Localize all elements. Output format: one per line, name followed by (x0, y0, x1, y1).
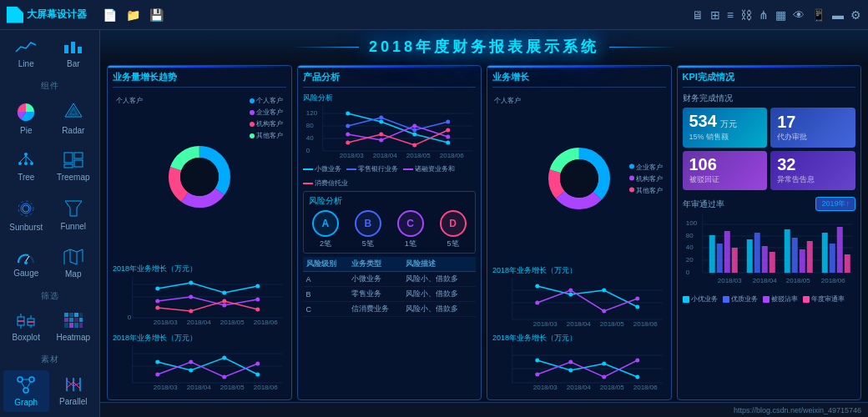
svg-text:2018/04: 2018/04 (567, 384, 591, 391)
file-open-button[interactable]: 📁 (124, 6, 142, 24)
svg-point-106 (155, 360, 159, 364)
panel3-chart1-title: 2018年业务增长（万元） (492, 265, 666, 276)
table-icon[interactable]: ▦ (775, 8, 786, 22)
sidebar-section-gauge: Gauge Map (0, 240, 99, 287)
toolbar: 大屏幕设计器 📄 📁 💾 🖥 ⊞ ≡ ⛓ ⋔ ▦ 👁 📱 ▬ ⚙ (0, 0, 868, 30)
sidebar-item-boxplot[interactable]: Boxplot (3, 307, 49, 347)
panel1-donut-container: 个人客户 企业客户 机构客户 其他客户 个人客户 (113, 93, 286, 260)
svg-rect-40 (64, 318, 68, 322)
panel1-donut-left-label: 个人客户 (116, 96, 143, 105)
panel3-title: 业务增长 (492, 71, 666, 88)
title-decoration: 2018年度财务报表展示系统 (292, 37, 676, 57)
radar-label: Radar (62, 126, 84, 135)
dashboard-grid: 业务量增长趋势 (107, 65, 861, 400)
svg-text:2018/05: 2018/05 (220, 384, 245, 391)
sidebar-item-line[interactable]: Line (3, 33, 49, 73)
svg-point-96 (222, 299, 226, 304)
svg-text:40: 40 (685, 244, 693, 251)
tree-chart-icon (16, 152, 36, 171)
year-filter-button[interactable]: 2019年↑ (815, 197, 855, 211)
svg-text:2018/03: 2018/03 (533, 384, 558, 391)
svg-point-148 (560, 159, 598, 198)
svg-point-110 (155, 373, 159, 377)
risk-circle-b: B 5笔 (355, 210, 381, 249)
layers-icon[interactable]: ≡ (727, 8, 734, 22)
eye-icon[interactable]: 👁 (793, 8, 805, 22)
svg-point-137 (412, 124, 416, 128)
svg-rect-41 (69, 318, 73, 322)
kpi-card-32: 32 异常告告息 (770, 151, 855, 190)
mobile-icon[interactable]: 📱 (811, 8, 825, 22)
kpi-card-534: 534 万元 15% 销售额 (683, 108, 768, 148)
svg-point-50 (23, 388, 28, 393)
sidebar-item-map[interactable]: Map (51, 244, 97, 284)
link-icon[interactable]: ⛓ (740, 8, 752, 22)
risk-circle-c: C 1笔 (397, 210, 424, 249)
svg-rect-206 (836, 227, 842, 273)
svg-text:2018/06: 2018/06 (254, 384, 278, 391)
monitor-icon[interactable]: 🖥 (692, 8, 704, 22)
sidebar-item-bar[interactable]: Bar (51, 33, 97, 73)
sidebar-item-funnel[interactable]: Funnel (51, 193, 97, 237)
canvas-area: 2018年度财务报表展示系统 业务量增长趋势 (100, 30, 868, 417)
table-cell-type-a: 小微业务 (348, 272, 402, 287)
svg-line-26 (77, 249, 83, 252)
table-header-type: 业务类型 (348, 257, 402, 272)
sidebar-item-tree[interactable]: Tree (3, 147, 49, 187)
title-bar: 2018年度财务报表展示系统 (100, 30, 868, 63)
svg-point-136 (379, 138, 383, 143)
svg-point-86 (155, 287, 159, 291)
svg-text:2018/04: 2018/04 (752, 277, 776, 284)
svg-rect-201 (791, 238, 797, 273)
file-new-button[interactable]: 📄 (100, 6, 119, 24)
panel4-section1-title: 财务完成情况 (683, 93, 856, 104)
sidebar-item-pie[interactable]: Pie (3, 97, 49, 140)
svg-rect-195 (731, 248, 737, 273)
panel3-label-left: 个人客户 (494, 96, 521, 105)
sidebar-item-sunburst[interactable]: Sunburst (3, 193, 49, 237)
svg-rect-36 (64, 313, 68, 317)
svg-point-135 (346, 133, 350, 137)
svg-rect-197 (754, 233, 760, 273)
kpi-unit-534: 万元 (720, 118, 737, 130)
panel4-title: KPI完成情况 (683, 71, 856, 88)
panel1-chart1-title: 2018年业务增长（万元） (113, 264, 286, 274)
sidebar-item-radar[interactable]: Radar (51, 97, 97, 140)
panel2-risk-circles-panel: 风险分析 A 2笔 B 5笔 C (303, 191, 477, 254)
panel2-risk-circles-title: 风险分析 (309, 195, 471, 207)
table-cell-risk-a: A (303, 272, 348, 287)
svg-line-52 (21, 381, 25, 389)
sidebar-item-parallel[interactable]: Parallel (51, 370, 97, 412)
svg-rect-198 (761, 246, 767, 273)
svg-text:2018/05: 2018/05 (220, 319, 245, 326)
svg-rect-15 (74, 153, 83, 158)
layout-icon[interactable]: ⊞ (710, 8, 720, 22)
sidebar-item-heatmap[interactable]: Heatmap (51, 307, 97, 347)
svg-rect-196 (746, 239, 752, 273)
panel4-bar-legend: 小优业务 优质业务 被驳沾率 年度审通率 (683, 294, 856, 304)
sidebar-item-treemap[interactable]: Treemap (51, 147, 97, 187)
svg-point-159 (602, 289, 606, 293)
sidebar-item-graph[interactable]: Graph (3, 370, 49, 412)
sidebar-item-gauge[interactable]: Gauge (3, 244, 49, 284)
panel2-table-container: 风险级别 业务类型 风险描述 A 小微业务 风险小、借款多 (303, 257, 477, 317)
panel1-content: 个人客户 企业客户 机构客户 其他客户 个人客户 2018年业务增长（万元） (113, 93, 286, 394)
panel4-kpi-grid: 534 万元 15% 销售额 17 代办审批 106 (683, 108, 856, 190)
svg-point-161 (535, 301, 539, 305)
svg-text:2018/05: 2018/05 (600, 320, 624, 328)
minus-icon[interactable]: ▬ (832, 8, 844, 22)
settings-icon[interactable]: ⚙ (850, 8, 861, 22)
panel2-risk-svg: 0 40 80 120 2018/03 2018/04 2018/05 2018… (303, 105, 477, 159)
svg-point-97 (255, 308, 260, 312)
svg-text:2018/04: 2018/04 (372, 152, 396, 159)
panel3-chart2: 2018年业务增长（万元） 2018/03 2018/04 2018/05 20… (492, 333, 666, 394)
table-row: B 零售业务 风险小、借款多 (303, 287, 477, 302)
file-save-button[interactable]: 💾 (147, 6, 165, 24)
section-header-2: 筛选 (0, 287, 99, 304)
svg-point-175 (602, 362, 606, 366)
svg-text:2018/06: 2018/06 (254, 319, 278, 326)
tree-icon[interactable]: ⋔ (759, 8, 769, 22)
svg-text:2018/03: 2018/03 (339, 152, 363, 159)
sidebar-section-pie: Pie Radar (0, 93, 99, 143)
svg-point-176 (635, 375, 639, 379)
